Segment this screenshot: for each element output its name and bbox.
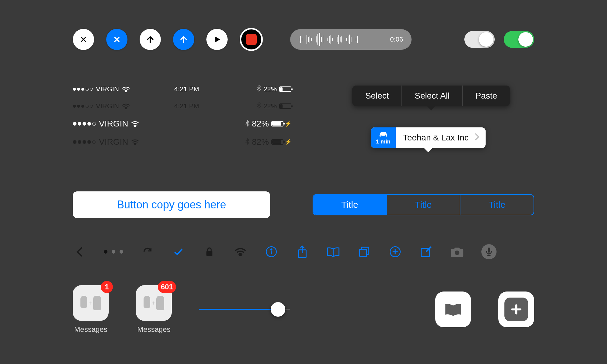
bluetooth-icon (245, 119, 249, 129)
bluetooth-icon (245, 137, 249, 147)
close-icon (113, 35, 121, 44)
app-label: Messages (74, 325, 107, 334)
wifi-indicator-icon (234, 245, 247, 258)
record-button[interactable] (240, 28, 263, 51)
bluetooth-icon (257, 102, 261, 110)
share-icon (297, 245, 308, 258)
charging-icon: ⚡ (285, 120, 291, 127)
close-button-blue[interactable] (106, 29, 127, 50)
svg-point-1 (125, 108, 126, 109)
menu-paste[interactable]: Paste (463, 86, 510, 106)
map-callout-eta-text: 1 min (376, 139, 390, 145)
status-time: 4:21 PM (149, 85, 225, 93)
controls-row: 0:06 (73, 27, 534, 52)
play-icon (213, 35, 221, 44)
arrow-up-icon (146, 35, 155, 44)
info-icon (265, 246, 277, 258)
menu-select[interactable]: Select (352, 86, 402, 106)
bookmarks-button[interactable] (327, 245, 340, 258)
app-icon-messages-2[interactable]: + 601 Messages (136, 285, 172, 334)
toggle-on[interactable] (504, 31, 534, 48)
carrier-label: VIRGIN (96, 102, 119, 110)
refresh-button[interactable] (141, 245, 154, 258)
share-button[interactable] (296, 245, 309, 258)
wifi-icon (131, 139, 139, 145)
upload-button[interactable] (140, 29, 161, 50)
segment-2[interactable]: Title (460, 195, 534, 215)
add-button[interactable] (388, 245, 402, 258)
battery-percentage: 82% (252, 137, 269, 147)
carrier-label: VIRGIN (96, 85, 119, 93)
map-callout-title: Teehan & Lax Inc (403, 133, 469, 143)
confirm-button[interactable] (172, 245, 185, 258)
svg-point-9 (271, 249, 272, 250)
switch-knob (518, 32, 533, 47)
status-bar: VIRGIN82%⚡ (73, 119, 291, 129)
audio-waveform[interactable]: 0:06 (290, 29, 412, 50)
lock-indicator (203, 245, 216, 258)
segmented-control: Title Title Title (313, 194, 534, 215)
mic-icon (485, 247, 493, 256)
segment-0[interactable]: Title (313, 195, 387, 215)
badge: 1 (101, 281, 113, 293)
mic-button[interactable] (481, 244, 497, 259)
chevron-left-icon (76, 247, 83, 257)
arrow-up-icon (179, 35, 188, 44)
status-bar: VIRGIN82%⚡ (73, 137, 291, 147)
page-indicator[interactable] (104, 250, 123, 254)
back-button[interactable] (73, 245, 86, 258)
battery-icon (279, 103, 291, 109)
app-icon-messages-1[interactable]: + 1 Messages (73, 285, 109, 334)
slider-thumb[interactable] (271, 302, 285, 317)
segment-1[interactable]: Title (387, 195, 461, 215)
copy-button[interactable] (358, 245, 371, 258)
book-icon (327, 246, 340, 258)
page-dot (120, 250, 123, 254)
svg-point-14 (455, 251, 459, 255)
waveform-bars (299, 33, 385, 46)
car-icon (378, 131, 388, 137)
info-button[interactable] (265, 245, 278, 258)
play-button[interactable] (206, 29, 228, 50)
page-dot (112, 250, 115, 254)
lock-icon (205, 247, 214, 257)
add-tile-button[interactable] (498, 292, 534, 327)
camera-icon (450, 247, 464, 257)
waveform-time: 0:06 (390, 35, 403, 43)
badge: 601 (158, 281, 176, 293)
close-button[interactable] (73, 29, 94, 50)
wifi-icon (122, 86, 130, 92)
menu-select-all[interactable]: Select All (402, 86, 463, 106)
people-icon: + (144, 296, 164, 310)
status-bar: VIRGIN4:21 PM22% (73, 102, 291, 110)
battery-percentage: 82% (252, 119, 269, 129)
bookmark-tile-button[interactable] (435, 292, 471, 327)
status-time: 4:21 PM (149, 102, 225, 110)
map-callout[interactable]: 1 min Teehan & Lax Inc (371, 127, 486, 148)
carrier-label: VIRGIN (99, 119, 128, 129)
bluetooth-icon (257, 85, 261, 93)
svg-point-4 (380, 134, 381, 136)
primary-button[interactable]: Button copy goes here (73, 191, 270, 218)
battery-percentage: 22% (263, 85, 277, 93)
svg-rect-11 (360, 249, 367, 256)
toolbar-icons (73, 243, 534, 261)
signal-strength-icon (73, 88, 93, 91)
copy-icon (358, 246, 370, 258)
compose-icon (420, 245, 432, 258)
battery-percentage: 22% (263, 102, 277, 110)
slider-fill (199, 309, 278, 310)
wifi-icon (235, 247, 246, 256)
text-context-menu: Select Select All Paste (352, 86, 510, 106)
camera-button[interactable] (450, 245, 464, 258)
refresh-icon (142, 247, 153, 257)
wifi-icon (131, 121, 139, 127)
map-callout-eta: 1 min (371, 127, 396, 148)
slider[interactable] (199, 302, 290, 317)
toggle-off[interactable] (464, 31, 495, 48)
wifi-icon (122, 103, 130, 109)
upload-button-blue[interactable] (173, 29, 194, 50)
page-dot-active (104, 250, 107, 254)
chevron-right-icon (475, 133, 480, 143)
compose-button[interactable] (419, 245, 433, 258)
